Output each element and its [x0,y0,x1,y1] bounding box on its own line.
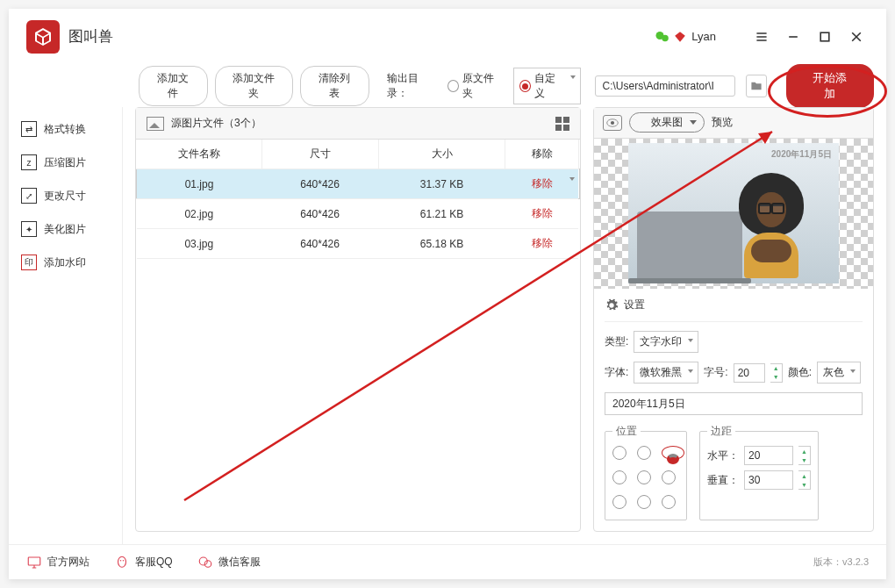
clear-list-button[interactable]: 清除列表 [300,66,369,106]
svg-point-4 [611,121,614,125]
file-panel-title: 源图片文件（3个） [171,116,261,131]
add-file-button[interactable]: 添加文件 [139,66,208,106]
sidebar-item-resize[interactable]: ⤢更改尺寸 [9,179,122,212]
add-folder-button[interactable]: 添加文件夹 [215,66,294,106]
table-row[interactable]: 02.jpg 640*426 61.21 KB 移除 [137,199,580,229]
watermark-text-on-image: 2020年11月5日 [771,148,832,161]
eye-icon [603,115,622,131]
svg-point-6 [118,556,126,567]
position-group: 位置 [605,424,687,520]
file-table: 文件名称 尺寸 大小 移除 01.jpg 640*426 31.37 KB 移除 [136,140,580,259]
output-label: 输出目录： [387,71,436,101]
h-margin-input[interactable] [744,446,793,465]
sidebar-item-compress[interactable]: z压缩图片 [9,146,122,179]
qq-icon [114,555,130,570]
app-title: 图叫兽 [68,26,113,47]
radio-original-folder[interactable]: 原文件夹 [448,71,501,101]
pos-bl[interactable] [612,495,626,509]
pos-tc[interactable] [637,446,651,460]
browse-folder-button[interactable] [746,75,767,97]
app-logo [26,20,60,54]
svg-rect-5 [28,557,40,565]
file-list-panel: 源图片文件（3个） 文件名称 尺寸 大小 移除 01.jpg 640*426 [135,107,581,532]
size-input[interactable] [734,363,765,383]
pos-ml[interactable] [612,470,626,484]
maximize-button[interactable] [813,25,837,49]
radio-custom-folder[interactable]: 自定义 [513,68,580,104]
pos-tr[interactable] [662,446,684,460]
sidebar-item-format[interactable]: ⇄格式转换 [9,112,122,146]
wechat-icon [655,29,670,45]
output-path-input[interactable] [595,75,735,97]
margin-group: 边距 水平： ▲▼ 垂直： ▲▼ [699,424,819,520]
table-row[interactable]: 03.jpg 640*426 65.18 KB 移除 [137,229,580,259]
h-spinner[interactable]: ▲▼ [798,446,811,465]
pos-mc[interactable] [637,470,651,484]
svg-point-7 [120,560,122,562]
image-icon [147,117,164,131]
col-remove: 移除 [505,140,578,169]
close-button[interactable] [844,25,869,49]
wechat-support-icon [197,555,213,570]
type-label: 类型: [605,334,628,349]
preview-label: 预览 [712,115,733,130]
v-margin-input[interactable] [744,470,793,490]
username: Lyan [691,30,716,43]
size-spinner[interactable]: ▲▼ [770,363,783,383]
remove-link[interactable]: 移除 [505,229,578,259]
pos-bc[interactable] [637,495,651,509]
remove-link[interactable]: 移除 [505,169,578,199]
qq-support-link[interactable]: 客服QQ [114,555,173,570]
color-label: 颜色: [788,365,812,380]
diamond-icon [674,31,686,43]
size-label: 字号: [704,365,727,380]
effect-dropdown[interactable]: 效果图 [629,112,705,133]
font-select[interactable]: 微软雅黑 [634,362,698,384]
v-spinner[interactable]: ▲▼ [798,470,811,490]
minimize-button[interactable] [781,25,806,49]
start-button[interactable]: 开始添加 [786,64,874,108]
font-label: 字体: [605,365,628,380]
v-margin-label: 垂直： [707,473,739,488]
remove-link[interactable]: 移除 [505,199,578,229]
pos-tl[interactable] [612,446,626,460]
gear-icon [605,298,619,312]
pos-br[interactable] [662,495,676,509]
watermark-icon: 印 [21,255,37,270]
wechat-support-link[interactable]: 微信客服 [197,555,261,570]
toolbar: 添加文件 添加文件夹 清除列表 输出目录： 原文件夹 自定义 开始添加 [9,65,886,107]
svg-point-1 [662,34,669,41]
table-row[interactable]: 01.jpg 640*426 31.37 KB 移除 [137,169,580,199]
preview-image: 2020年11月5日 [594,139,873,289]
watermark-text-input[interactable] [605,392,863,415]
resize-icon: ⤢ [21,188,37,204]
monitor-icon [26,555,42,570]
footer: 官方网站 客服QQ 微信客服 版本：v3.2.3 [9,544,886,579]
grid-view-button[interactable] [555,117,569,131]
svg-point-8 [123,560,125,562]
titlebar: 图叫兽 Lyan [9,9,886,65]
sidebar: ⇄格式转换 z压缩图片 ⤢更改尺寸 ✦美化图片 印添加水印 [9,107,123,544]
format-icon: ⇄ [21,121,37,137]
sidebar-item-beautify[interactable]: ✦美化图片 [9,212,122,246]
svg-rect-2 [820,32,829,41]
type-select[interactable]: 文字水印 [634,331,698,353]
col-name: 文件名称 [137,140,262,169]
settings-title: 设置 [624,298,645,312]
menu-button[interactable] [749,25,774,49]
version-label: 版本：v3.2.3 [813,556,869,569]
beautify-icon: ✦ [21,221,37,237]
col-size: 尺寸 [261,140,378,169]
preview-panel: 效果图 预览 2020年11月5日 [593,107,874,532]
official-site-link[interactable]: 官方网站 [26,555,90,570]
col-bytes: 大小 [378,140,505,169]
sidebar-item-watermark[interactable]: 印添加水印 [9,246,122,279]
color-select[interactable]: 灰色 [817,362,861,384]
pos-mr[interactable] [662,470,676,484]
compress-icon: z [21,154,37,170]
h-margin-label: 水平： [707,448,739,463]
